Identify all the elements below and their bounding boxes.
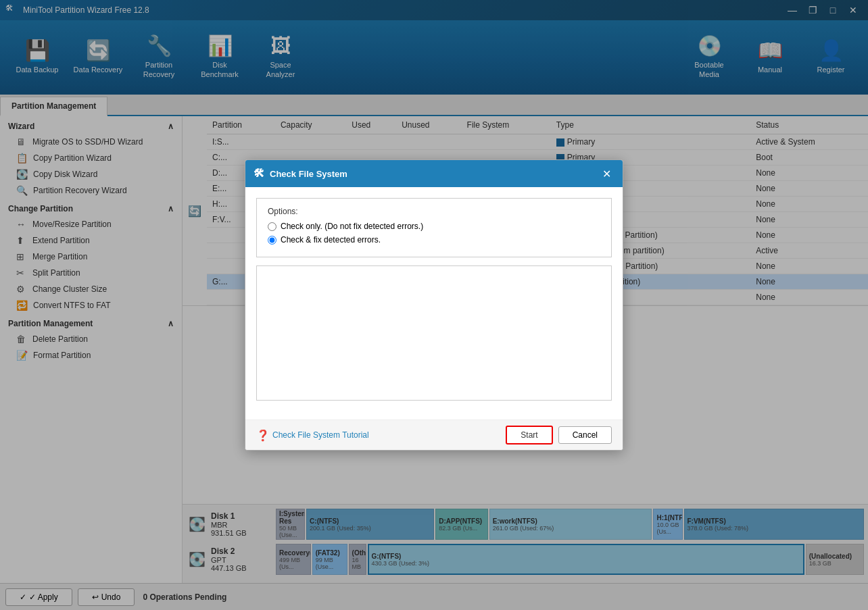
modal-footer: ❓ Check File System Tutorial Start Cance… [245,420,623,450]
modal-help: ❓ Check File System Tutorial [256,429,500,442]
help-icon: ❓ [256,429,270,442]
start-button[interactable]: Start [506,426,552,444]
modal-overlay: 🛠 Check File System ✕ Options: Check onl… [0,0,868,610]
modal-body: Options: Check only. (Do not fix detecte… [245,187,623,420]
radio-check-only[interactable] [268,222,276,231]
options-group: Options: Check only. (Do not fix detecte… [256,198,612,257]
modal-title-text: Check File System [270,169,593,179]
cancel-button[interactable]: Cancel [558,426,612,444]
modal-title-bar: 🛠 Check File System ✕ [245,160,623,187]
radio-check-only-label: Check only. (Do not fix detected errors.… [281,222,423,231]
modal-log-area [256,265,612,401]
modal-close-button[interactable]: ✕ [598,166,614,182]
options-label: Options: [268,207,600,216]
radio-fix-errors[interactable] [268,236,276,245]
radio-check-only-row: Check only. (Do not fix detected errors.… [268,222,600,231]
radio-fix-errors-row: Check & fix detected errors. [268,235,600,245]
help-link[interactable]: Check File System Tutorial [272,430,369,440]
check-file-system-modal: 🛠 Check File System ✕ Options: Check onl… [245,159,623,451]
modal-title-icon: 🛠 [254,168,264,180]
radio-fix-errors-label: Check & fix detected errors. [281,235,381,245]
